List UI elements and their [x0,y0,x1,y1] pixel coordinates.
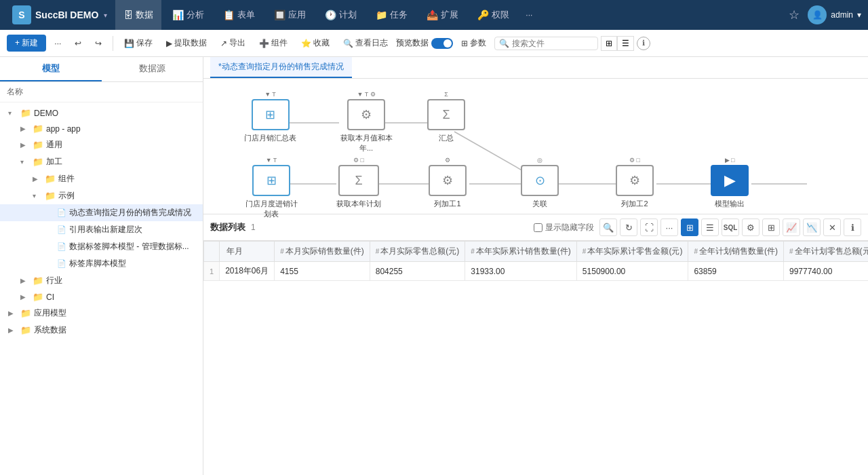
tree-label-example: 示例 [58,190,197,202]
chart-btn[interactable]: 📈 [783,218,800,236]
cell-ytd-sales-qty: 31933.00 [465,262,577,281]
tree-item-processing[interactable]: ▾ 📁 加工 [0,153,203,170]
tree-label-dq: 动态查询指定月份的销售完成情况 [69,207,197,218]
nav-item-plan[interactable]: 🕐 计划 [317,0,365,30]
structure-btn[interactable]: ⚙ [742,218,760,236]
flow-node-sum[interactable]: Σ Σ 汇总 [427,91,465,143]
tab-datasource[interactable]: 数据源 [102,57,203,81]
nav-item-extend[interactable]: 📤 扩展 [418,0,467,30]
show-hidden-label: 显示隐藏字段 [545,222,594,233]
preview-toggle[interactable]: 预览数据 [396,37,453,49]
line-chart-btn[interactable]: 📉 [803,218,821,236]
folder-demo-icon: 📁 [20,108,31,118]
nav-item-data[interactable]: 🗄 数据 [115,0,161,30]
nav-table-label: 表单 [237,9,255,21]
fetch-button[interactable]: ▶ 提取数据 [161,35,212,52]
view-list-button[interactable]: ☰ [617,36,634,51]
nav-more-button[interactable]: ··· [520,7,538,22]
search-box[interactable]: 🔍 [494,37,598,50]
tree-item-general[interactable]: ▶ 📁 通用 [0,136,203,153]
redo-button[interactable]: ↪ [90,36,107,51]
undo-button[interactable]: ↩ [69,36,87,51]
refresh-btn[interactable]: ↻ [620,218,637,236]
nav-task-label: 任务 [390,9,408,21]
tree-arrow-processing: ▾ [20,158,30,166]
flow-node-output[interactable]: ▶ □ ▶ 模型输出 [711,157,749,209]
flow-node-col-add2[interactable]: ⚙ □ ⚙ 列加工2 [616,157,654,209]
toggle-switch-control[interactable] [431,38,453,49]
tree-item-ref-table[interactable]: ▶ 📄 引用表输出新建层次 [0,221,203,238]
show-hidden-checkbox[interactable]: 显示隐藏字段 [534,222,594,233]
new-button[interactable]: + 新建 [7,35,46,52]
node-box-col-add1: ⚙ [429,165,467,196]
nav-item-app[interactable]: 🔲 应用 [266,0,314,30]
filter-btn[interactable]: ⊞ [762,218,780,236]
tree-item-sys-data[interactable]: ▶ 📁 系统数据 [0,322,203,339]
hidden-field-checkbox[interactable] [534,223,542,232]
tree-item-tag-lib[interactable]: ▶ 📄 标签库脚本模型 [0,255,203,272]
search-dt-btn[interactable]: 🔍 [599,218,617,236]
folder-app-icon: 📁 [33,124,43,134]
view-log-button[interactable]: 🔍 查看日志 [338,35,393,52]
list-view-btn[interactable]: ☰ [701,218,719,236]
params-button[interactable]: ⊞ 参数 [456,35,492,52]
collect-button[interactable]: ⭐ 收藏 [296,35,335,52]
node-box-fetch-year: Σ [338,165,379,196]
cell-row-num: 1 [204,262,220,281]
permission-nav-icon: 🔑 [477,10,489,20]
data-table-section: 数据列表 1 显示隐藏字段 🔍 ↻ ⛶ ··· ⊞ ☰ SQL [203,214,868,475]
tree-item-example[interactable]: ▾ 📁 示例 [0,187,203,204]
logo-area[interactable]: S SuccBI DEMO ▾ [7,5,113,24]
cross-btn[interactable]: ✕ [823,218,841,236]
nav-item-analysis[interactable]: 📊 分析 [164,0,212,30]
grid-view-btn[interactable]: ⊞ [681,218,698,236]
info-button[interactable]: ℹ [637,37,650,50]
save-button[interactable]: 💾 保存 [119,35,158,52]
sidebar-header: 名称 [0,82,203,102]
nav-item-task[interactable]: 📁 任务 [368,0,416,30]
toolbar: + 新建 ··· ↩ ↪ 💾 保存 ▶ 提取数据 ↗ 导出 ➕ 组件 ⭐ 收藏 … [0,30,868,57]
col-ytd-sales-qty: #本年实际累计销售数量(件) [465,242,577,262]
tree-arrow-app-app: ▶ [20,125,30,132]
nav-item-permission[interactable]: 🔑 权限 [469,0,517,30]
tree-item-ci[interactable]: ▶ 📁 CI [0,289,203,305]
tree-label-am: 应用模型 [34,307,197,319]
info-dt-btn[interactable]: ℹ [844,218,861,236]
divider-1 [113,36,113,51]
add-component-button[interactable]: ➕ 组件 [254,35,293,52]
flow-node-col-add1[interactable]: ⚙ ⚙ 列加工1 [429,157,467,209]
analysis-nav-icon: 📊 [172,10,184,20]
flow-node-store-month[interactable]: ▼ T ⊞ 门店月度进销计划表 [244,157,298,219]
tree-label-processing: 加工 [46,156,197,168]
tree-item-tag-model[interactable]: ▶ 📄 数据标签脚本模型 - 管理数据标... [0,238,203,255]
tree-arrow-demo: ▾ [8,109,18,117]
flow-node-fetch-year[interactable]: ⚙ □ Σ 获取本年计划 [336,157,381,209]
tree-item-dynamic-query[interactable]: ▶ 📄 动态查询指定月份的销售完成情况 [0,204,203,221]
dt-more-btn[interactable]: ··· [660,218,678,236]
star-icon[interactable]: ☆ [789,7,800,22]
expand-btn[interactable]: ⛶ [640,218,658,236]
flow-node-join[interactable]: ◎ ⊙ 关联 [521,157,559,209]
tree-item-app-model[interactable]: ▶ 📁 应用模型 [0,305,203,322]
sql-btn[interactable]: SQL [722,218,739,236]
tree-item-demo[interactable]: ▾ 📁 DEMO [0,105,203,121]
more-button[interactable]: ··· [49,36,66,51]
file-tl-icon: 📄 [57,259,66,268]
tree-item-group[interactable]: ▶ 📁 组件 [0,170,203,187]
page-tab-dynamic[interactable]: *动态查询指定月份的销售完成情况 [210,57,352,78]
logo-icon: S [12,5,31,24]
user-area[interactable]: 👤 admin ▾ [808,5,861,24]
tab-model[interactable]: 模型 [0,57,102,81]
tree-item-industry[interactable]: ▶ 📁 行业 [0,272,203,289]
folder-am-icon: 📁 [20,308,31,318]
search-input[interactable] [512,39,593,48]
data-table: 年月 #本月实际销售数量(件) #本月实际零售总额(元) #本年实际累计销售数量… [203,241,868,475]
tree-item-app-app[interactable]: ▶ 📁 app - app [0,121,203,136]
flow-node-store-sales[interactable]: ▼ T ⊞ 门店月销汇总表 [244,91,296,143]
cell-annual-plan-qty: 63859 [688,262,784,281]
data-table-title: 数据列表 [210,221,245,233]
flow-node-fetch-month[interactable]: ▼ T ⚙ ⚙ 获取本月值和本年... [339,91,393,153]
view-grid-button[interactable]: ⊞ [601,36,617,51]
nav-item-table[interactable]: 📋 表单 [215,0,263,30]
export-button[interactable]: ↗ 导出 [215,35,251,52]
